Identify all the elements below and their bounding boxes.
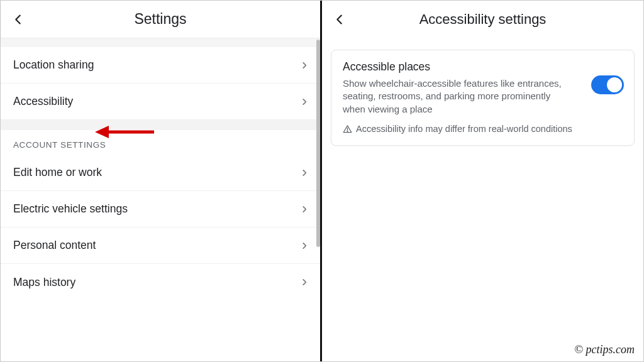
accessibility-title: Accessibility settings bbox=[322, 11, 643, 28]
toggle-knob bbox=[607, 77, 622, 92]
svg-point-3 bbox=[347, 131, 348, 131]
row-maps-history[interactable]: Maps history bbox=[1, 264, 320, 300]
settings-header: Settings bbox=[1, 1, 320, 38]
card-warning-text: Accessibility info may differ from real-… bbox=[356, 123, 572, 136]
chevron-right-icon bbox=[300, 241, 309, 250]
chevron-right-icon bbox=[300, 168, 309, 177]
accessibility-header: Accessibility settings bbox=[322, 1, 643, 38]
accessibility-pane: Accessibility settings Accessible places… bbox=[322, 1, 643, 361]
chevron-left-icon bbox=[11, 13, 25, 26]
section-gap bbox=[1, 120, 320, 130]
row-label: Electric vehicle settings bbox=[13, 202, 128, 216]
chevron-right-icon bbox=[300, 97, 309, 106]
watermark: © pctips.com bbox=[574, 343, 635, 356]
chevron-right-icon bbox=[300, 205, 309, 214]
settings-scroll: Location sharing Accessibility ACCOUNT S… bbox=[1, 38, 320, 361]
card-title: Accessible places bbox=[343, 60, 582, 74]
comparison-frame: Settings Location sharing Accessibility bbox=[0, 0, 644, 362]
chevron-left-icon bbox=[333, 13, 347, 26]
row-label: Maps history bbox=[13, 276, 75, 289]
scrollbar-thumb[interactable] bbox=[316, 40, 320, 247]
settings-pane: Settings Location sharing Accessibility bbox=[1, 1, 322, 361]
row-ev-settings[interactable]: Electric vehicle settings bbox=[1, 191, 320, 228]
row-edit-home-work[interactable]: Edit home or work bbox=[1, 155, 320, 191]
chevron-right-icon bbox=[300, 278, 309, 287]
settings-title: Settings bbox=[1, 11, 320, 28]
section-header-account: ACCOUNT SETTINGS bbox=[1, 130, 320, 155]
row-label: Location sharing bbox=[13, 58, 94, 72]
row-label: Personal content bbox=[13, 239, 96, 252]
accessibility-body: Accessible places Show wheelchair-access… bbox=[322, 38, 643, 157]
accessible-places-toggle[interactable] bbox=[591, 75, 624, 94]
row-label: Accessibility bbox=[13, 95, 73, 108]
warning-icon bbox=[343, 124, 352, 134]
scrollbar[interactable] bbox=[316, 40, 320, 247]
back-button[interactable] bbox=[325, 4, 355, 35]
card-description: Show wheelchair-accessible features like… bbox=[343, 77, 569, 116]
row-label: Edit home or work bbox=[13, 166, 102, 179]
row-accessibility[interactable]: Accessibility bbox=[1, 84, 320, 120]
row-location-sharing[interactable]: Location sharing bbox=[1, 47, 320, 84]
row-personal-content[interactable]: Personal content bbox=[1, 228, 320, 264]
card-warning: Accessibility info may differ from real-… bbox=[343, 123, 582, 136]
back-button[interactable] bbox=[3, 4, 33, 35]
scroll-gap bbox=[1, 38, 320, 47]
chevron-right-icon bbox=[300, 61, 309, 70]
accessible-places-card: Accessible places Show wheelchair-access… bbox=[331, 50, 635, 146]
